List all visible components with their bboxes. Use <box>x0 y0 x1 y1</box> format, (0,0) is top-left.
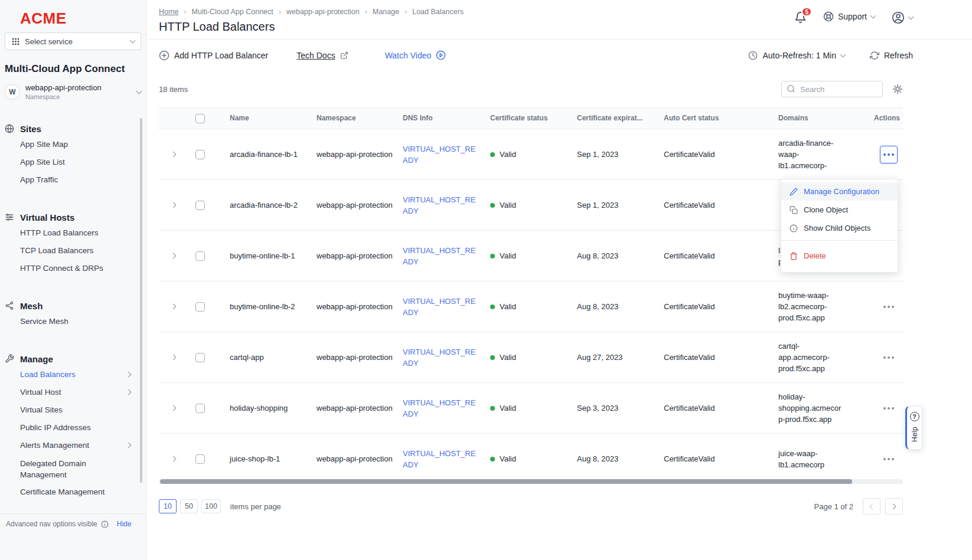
row-checkbox[interactable] <box>195 404 205 413</box>
certificate-status: Valid <box>500 199 516 211</box>
search-input[interactable] <box>781 81 883 97</box>
sidebar-item-http-connect-drps[interactable]: HTTP Connect & DRPs <box>0 260 146 277</box>
sidebar-item-delegated-domain-management[interactable]: Delegated Domain Management <box>0 454 146 483</box>
lb-namespace: webapp-api-protection <box>317 352 403 363</box>
tech-docs-link[interactable]: Tech Docs <box>296 51 348 60</box>
auto-cert-status: CertificateValid <box>664 149 778 160</box>
pencil-icon <box>790 188 798 196</box>
row-expand-icon[interactable] <box>170 304 176 310</box>
chevron-down-icon <box>908 14 914 20</box>
page-size-100[interactable]: 100 <box>201 499 221 513</box>
account-menu[interactable] <box>892 11 913 24</box>
row-actions-button[interactable] <box>880 450 898 468</box>
row-checkbox[interactable] <box>195 251 205 261</box>
lb-namespace: webapp-api-protection <box>317 402 403 414</box>
certificate-status: Valid <box>500 250 516 261</box>
row-expand-icon[interactable] <box>170 405 176 411</box>
sidebar-item-app-site-map[interactable]: App Site Map <box>0 136 146 153</box>
sidebar-item-virtual-sites[interactable]: Virtual Sites <box>0 401 146 419</box>
namespace-sublabel: Namespace <box>25 93 132 100</box>
page-size-50[interactable]: 50 <box>180 499 198 513</box>
previous-page-button[interactable] <box>863 498 880 515</box>
row-checkbox[interactable] <box>195 201 205 210</box>
row-expand-icon[interactable] <box>170 152 176 158</box>
breadcrumb-item[interactable]: Load Balancers <box>412 8 464 16</box>
dns-info-link[interactable]: VIRTUAL_HOST_READY <box>403 145 475 165</box>
certificate-status: Valid <box>500 301 516 312</box>
sidebar-scrollbar[interactable] <box>140 118 142 483</box>
row-actions-button[interactable] <box>880 399 898 417</box>
next-page-button[interactable] <box>885 498 903 515</box>
sidebar-item-tcp-load-balancers[interactable]: TCP Load Balancers <box>0 242 146 260</box>
items-count: 18 items <box>159 85 188 94</box>
row-expand-icon[interactable] <box>170 456 176 462</box>
certificate-expiration: Aug 8, 2023 <box>577 250 664 261</box>
status-dot <box>490 152 495 157</box>
watch-video-link[interactable]: Watch Video <box>385 50 446 60</box>
page-size-10[interactable]: 10 <box>159 499 177 513</box>
sidebar-item-public-ip-addresses[interactable]: Public IP Addresses <box>0 419 146 437</box>
row-checkbox[interactable] <box>195 454 205 464</box>
dns-info-link[interactable]: VIRTUAL_HOST_READY <box>403 195 475 215</box>
select-all-checkbox[interactable] <box>195 114 205 123</box>
breadcrumb-item[interactable]: webapp-api-protection <box>286 8 373 16</box>
chevron-right-icon <box>126 372 132 378</box>
sidebar-item-app-site-list[interactable]: App Site List <box>0 153 146 171</box>
namespace-selector[interactable]: W webapp-api-protection Namespace <box>5 83 141 100</box>
breadcrumb-item[interactable]: Manage <box>373 8 412 16</box>
sidebar-item-service-mesh[interactable]: Service Mesh <box>0 313 146 330</box>
row-actions-button[interactable] <box>880 146 898 163</box>
row-actions-button[interactable] <box>880 298 898 316</box>
add-load-balancer-button[interactable]: Add HTTP Load Balancer <box>159 50 268 61</box>
horizontal-scrollbar-thumb[interactable] <box>160 479 852 484</box>
row-checkbox[interactable] <box>195 302 205 312</box>
dns-info-link[interactable]: VIRTUAL_HOST_READY <box>403 449 475 469</box>
lb-domains: juice-waap-lb1.acmecorp <box>778 448 874 470</box>
row-expand-icon[interactable] <box>170 355 176 361</box>
sidebar-item-app-traffic[interactable]: App Traffic <box>0 171 146 189</box>
column-header-domains: Domains <box>778 113 874 124</box>
dns-info-link[interactable]: VIRTUAL_HOST_READY <box>403 348 475 368</box>
dns-info-link[interactable]: VIRTUAL_HOST_READY <box>403 246 475 266</box>
column-header-dns-info: DNS Info <box>403 113 490 124</box>
sidebar-item-load-balancers[interactable]: Load Balancers <box>0 366 146 384</box>
status-dot <box>490 304 495 309</box>
sidebar-item-virtual-host[interactable]: Virtual Host <box>0 384 146 401</box>
add-load-balancer-label: Add HTTP Load Balancer <box>174 51 268 60</box>
lb-namespace: webapp-api-protection <box>317 149 403 160</box>
dns-info-link[interactable]: VIRTUAL_HOST_READY <box>403 398 475 418</box>
row-checkbox[interactable] <box>195 353 205 362</box>
row-actions-button[interactable] <box>880 349 898 366</box>
dns-info-link[interactable]: VIRTUAL_HOST_READY <box>403 297 475 317</box>
table-settings-button[interactable] <box>892 84 903 94</box>
lb-name: buytime-online-lb-2 <box>213 301 317 312</box>
service-selector-label: Select service <box>25 37 73 46</box>
refresh-button[interactable]: Refresh <box>870 51 913 60</box>
hide-nav-link[interactable]: Hide <box>117 520 132 528</box>
page-header: Home Multi-Cloud App Connect webapp-api-… <box>146 0 972 40</box>
notifications-button[interactable]: 5 <box>794 11 807 25</box>
breadcrumb-item[interactable]: Multi-Cloud App Connect <box>192 8 286 16</box>
row-expand-icon[interactable] <box>170 202 176 208</box>
menu-item-clone-object[interactable]: Clone Object <box>781 201 898 219</box>
menu-item-show-child-objects[interactable]: Show Child Objects <box>781 219 898 237</box>
sidebar-item-alerts-management[interactable]: Alerts Management <box>0 437 146 454</box>
auto-refresh-selector[interactable]: Auto-Refresh: 1 Min <box>748 51 845 60</box>
sidebar-item-certificate-management[interactable]: Certificate Management <box>0 483 146 501</box>
support-menu[interactable]: Support <box>823 11 875 22</box>
menu-item-manage-configuration[interactable]: Manage Configuration <box>781 182 898 201</box>
row-expand-icon[interactable] <box>170 253 176 259</box>
lb-namespace: webapp-api-protection <box>317 301 403 312</box>
service-selector[interactable]: Select service <box>5 32 141 50</box>
sidebar-item-label: Load Balancers <box>20 370 76 379</box>
sidebar-item-label: TCP Load Balancers <box>20 246 93 255</box>
sidebar-item-label: Virtual Host <box>20 388 61 397</box>
certificate-status: Valid <box>500 453 516 464</box>
row-checkbox[interactable] <box>195 150 205 159</box>
notification-badge: 5 <box>801 7 812 17</box>
horizontal-scrollbar[interactable] <box>159 479 903 484</box>
help-tab[interactable]: Help <box>905 406 922 450</box>
breadcrumb-home[interactable]: Home <box>159 8 192 16</box>
sidebar-item-http-load-balancers[interactable]: HTTP Load Balancers <box>0 224 146 242</box>
menu-item-delete[interactable]: Delete <box>781 247 898 265</box>
